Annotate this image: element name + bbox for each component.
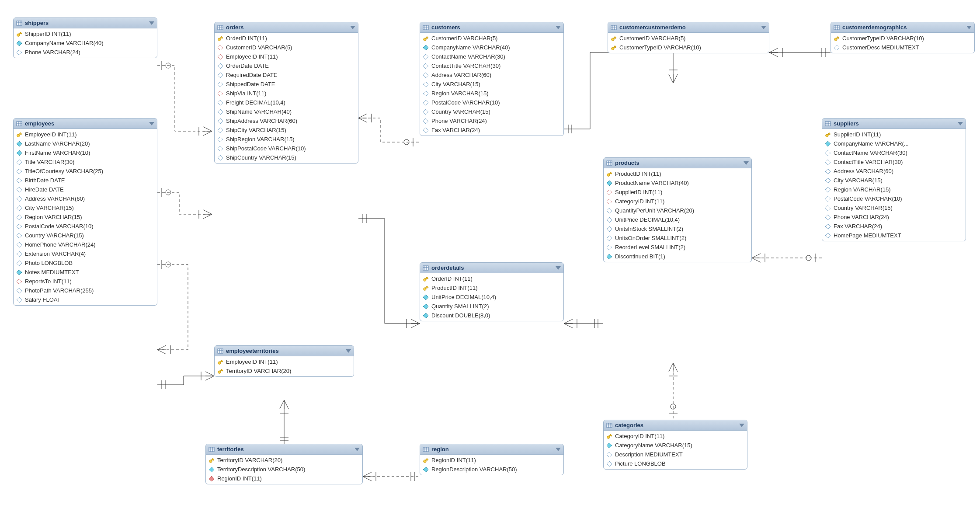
column-orderdetails-4[interactable]: Discount DOUBLE(8,0) xyxy=(420,311,563,320)
column-orders-5[interactable]: ShippedDate DATE xyxy=(215,80,358,89)
column-employees-17[interactable]: PhotoPath VARCHAR(255) xyxy=(14,286,157,295)
column-employees-6[interactable]: HireDate DATE xyxy=(14,185,157,194)
column-employees-16[interactable]: ReportsTo INT(11) xyxy=(14,277,157,286)
column-employees-3[interactable]: Title VARCHAR(30) xyxy=(14,157,157,167)
collapse-icon[interactable] xyxy=(761,26,766,29)
entity-header[interactable]: employeeterritories xyxy=(215,346,354,356)
collapse-icon[interactable] xyxy=(346,349,351,353)
column-products-3[interactable]: CategoryID INT(11) xyxy=(604,197,751,206)
column-customers-10[interactable]: Fax VARCHAR(24) xyxy=(420,125,563,135)
column-customers-7[interactable]: PostalCode VARCHAR(10) xyxy=(420,98,563,107)
entity-header[interactable]: categories xyxy=(604,420,747,431)
entity-header[interactable]: employees xyxy=(14,118,157,129)
column-orders-1[interactable]: CustomerID VARCHAR(5) xyxy=(215,43,358,52)
collapse-icon[interactable] xyxy=(556,448,561,451)
column-employees-14[interactable]: Photo LONGBLOB xyxy=(14,258,157,268)
column-orders-12[interactable]: ShipPostalCode VARCHAR(10) xyxy=(215,144,358,153)
collapse-icon[interactable] xyxy=(966,26,972,29)
collapse-icon[interactable] xyxy=(149,122,154,125)
collapse-icon[interactable] xyxy=(958,122,963,125)
column-products-0[interactable]: ProductID INT(11) xyxy=(604,169,751,178)
column-employees-5[interactable]: BirthDate DATE xyxy=(14,176,157,185)
column-suppliers-1[interactable]: CompanyName VARCHAR(... xyxy=(822,139,966,148)
column-employees-1[interactable]: LastName VARCHAR(20) xyxy=(14,139,157,148)
column-orderdetails-1[interactable]: ProductID INT(11) xyxy=(420,283,563,292)
column-customers-8[interactable]: Country VARCHAR(15) xyxy=(420,107,563,116)
column-shippers-2[interactable]: Phone VARCHAR(24) xyxy=(14,48,157,57)
column-categories-2[interactable]: Description MEDIUMTEXT xyxy=(604,450,747,459)
collapse-icon[interactable] xyxy=(149,21,154,25)
collapse-icon[interactable] xyxy=(350,26,355,29)
entity-shippers[interactable]: shippers ShipperID INT(11)CompanyName VA… xyxy=(13,17,157,58)
column-customers-0[interactable]: CustomerID VARCHAR(5) xyxy=(420,34,563,43)
column-orders-2[interactable]: EmployeeID INT(11) xyxy=(215,52,358,61)
column-orders-10[interactable]: ShipCity VARCHAR(15) xyxy=(215,125,358,135)
column-orders-8[interactable]: ShipName VARCHAR(40) xyxy=(215,107,358,116)
column-employees-11[interactable]: Country VARCHAR(15) xyxy=(14,231,157,240)
column-suppliers-3[interactable]: ContactTitle VARCHAR(30) xyxy=(822,157,966,167)
column-employees-15[interactable]: Notes MEDIUMTEXT xyxy=(14,268,157,277)
column-territories-2[interactable]: RegionID INT(11) xyxy=(206,474,362,483)
column-suppliers-11[interactable]: HomePage MEDIUMTEXT xyxy=(822,231,966,240)
collapse-icon[interactable] xyxy=(556,266,561,270)
entity-header[interactable]: shippers xyxy=(14,18,157,28)
entity-orderdetails[interactable]: orderdetails OrderID INT(11)ProductID IN… xyxy=(420,262,564,321)
entity-customerdemographics[interactable]: customerdemographics CustomerTypeID VARC… xyxy=(831,22,975,53)
column-employees-10[interactable]: PostalCode VARCHAR(10) xyxy=(14,222,157,231)
entity-employeeterritories[interactable]: employeeterritories EmployeeID INT(11)Te… xyxy=(214,345,354,377)
entity-header[interactable]: customercustomerdemo xyxy=(608,22,769,33)
column-employees-13[interactable]: Extension VARCHAR(4) xyxy=(14,249,157,258)
entity-employees[interactable]: employees EmployeeID INT(11)LastName VAR… xyxy=(13,118,157,306)
column-suppliers-9[interactable]: Phone VARCHAR(24) xyxy=(822,212,966,222)
column-orders-11[interactable]: ShipRegion VARCHAR(15) xyxy=(215,135,358,144)
column-customercustomerdemo-0[interactable]: CustomerID VARCHAR(5) xyxy=(608,34,769,43)
column-customers-6[interactable]: Region VARCHAR(15) xyxy=(420,89,563,98)
column-products-9[interactable]: Discontinued BIT(1) xyxy=(604,252,751,261)
column-employees-8[interactable]: City VARCHAR(15) xyxy=(14,203,157,212)
column-suppliers-4[interactable]: Address VARCHAR(60) xyxy=(822,167,966,176)
column-categories-3[interactable]: Picture LONGBLOB xyxy=(604,459,747,468)
entity-orders[interactable]: orders OrderID INT(11)CustomerID VARCHAR… xyxy=(214,22,358,164)
column-employees-0[interactable]: EmployeeID INT(11) xyxy=(14,130,157,139)
entity-region[interactable]: region RegionID INT(11)RegionDescription… xyxy=(420,444,564,475)
collapse-icon[interactable] xyxy=(354,448,360,451)
column-orderdetails-3[interactable]: Quantity SMALLINT(2) xyxy=(420,302,563,311)
column-suppliers-2[interactable]: ContactName VARCHAR(30) xyxy=(822,148,966,157)
column-employeeterritories-1[interactable]: TerritoryID VARCHAR(20) xyxy=(215,366,354,376)
collapse-icon[interactable] xyxy=(744,161,749,165)
column-customers-5[interactable]: City VARCHAR(15) xyxy=(420,80,563,89)
column-shippers-0[interactable]: ShipperID INT(11) xyxy=(14,29,157,38)
entity-header[interactable]: region xyxy=(420,444,563,455)
column-orders-6[interactable]: ShipVia INT(11) xyxy=(215,89,358,98)
column-products-7[interactable]: UnitsOnOrder SMALLINT(2) xyxy=(604,233,751,243)
column-suppliers-10[interactable]: Fax VARCHAR(24) xyxy=(822,222,966,231)
entity-categories[interactable]: categories CategoryID INT(11)CategoryNam… xyxy=(603,420,747,470)
column-categories-0[interactable]: CategoryID INT(11) xyxy=(604,432,747,441)
column-products-1[interactable]: ProductName VARCHAR(40) xyxy=(604,178,751,188)
column-orderdetails-0[interactable]: OrderID INT(11) xyxy=(420,274,563,283)
entity-header[interactable]: orderdetails xyxy=(420,263,563,273)
entity-header[interactable]: suppliers xyxy=(822,118,966,129)
column-territories-1[interactable]: TerritoryDescription VARCHAR(50) xyxy=(206,465,362,474)
entity-customers[interactable]: customers CustomerID VARCHAR(5)CompanyNa… xyxy=(420,22,564,136)
collapse-icon[interactable] xyxy=(739,424,744,427)
column-products-6[interactable]: UnitsInStock SMALLINT(2) xyxy=(604,224,751,233)
column-employees-4[interactable]: TitleOfCourtesy VARCHAR(25) xyxy=(14,167,157,176)
collapse-icon[interactable] xyxy=(556,26,561,29)
column-orders-13[interactable]: ShipCountry VARCHAR(15) xyxy=(215,153,358,162)
entity-header[interactable]: orders xyxy=(215,22,358,33)
column-customers-4[interactable]: Address VARCHAR(60) xyxy=(420,70,563,80)
column-customerdemographics-1[interactable]: CustomerDesc MEDIUMTEXT xyxy=(831,43,974,52)
column-products-5[interactable]: UnitPrice DECIMAL(10,4) xyxy=(604,215,751,224)
column-employees-12[interactable]: HomePhone VARCHAR(24) xyxy=(14,240,157,249)
column-suppliers-6[interactable]: Region VARCHAR(15) xyxy=(822,185,966,194)
column-orders-9[interactable]: ShipAddress VARCHAR(60) xyxy=(215,116,358,125)
entity-header[interactable]: customerdemographics xyxy=(831,22,974,33)
column-customerdemographics-0[interactable]: CustomerTypeID VARCHAR(10) xyxy=(831,34,974,43)
column-products-8[interactable]: ReorderLevel SMALLINT(2) xyxy=(604,243,751,252)
column-suppliers-7[interactable]: PostalCode VARCHAR(10) xyxy=(822,194,966,203)
column-suppliers-0[interactable]: SupplierID INT(11) xyxy=(822,130,966,139)
column-customercustomerdemo-1[interactable]: CustomerTypeID VARCHAR(10) xyxy=(608,43,769,52)
column-orders-3[interactable]: OrderDate DATE xyxy=(215,61,358,70)
column-region-0[interactable]: RegionID INT(11) xyxy=(420,456,563,465)
